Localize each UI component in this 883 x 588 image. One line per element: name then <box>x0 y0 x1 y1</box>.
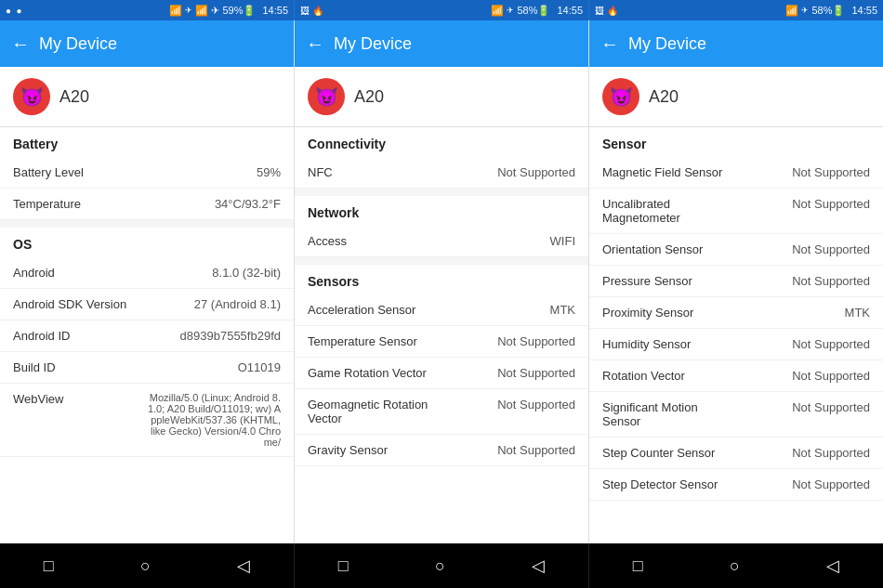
status-bars: ● ● 📶 ✈ 📶 ✈ 59%🔋 14:55 🖼 🔥 📶 ✈ 58%🔋 14:5… <box>0 0 883 20</box>
nav-square-1[interactable]: □ <box>44 556 54 576</box>
label-rotation-vector: Rotation Vector <box>602 369 736 383</box>
section-sensors: Sensors <box>295 265 588 294</box>
back-button-2[interactable]: ← <box>306 33 324 55</box>
panels: ← My Device 😈 A20 Battery Battery Level … <box>0 20 883 543</box>
battery-pct-2: 58%🔋 <box>517 5 550 17</box>
time-3: 14:55 <box>851 5 877 16</box>
row-significant-motion: Significant Motion Sensor Not Supported <box>589 392 883 438</box>
row-android: Android 8.1.0 (32-bit) <box>0 257 294 289</box>
row-temp-sensor: Temperature Sensor Not Supported <box>295 326 588 358</box>
status-bar-3: 🖼 🔥 📶 ✈ 58%🔋 14:55 <box>589 0 883 20</box>
svg-text:😈: 😈 <box>610 85 633 108</box>
label-acceleration: Acceleration Sensor <box>308 303 442 317</box>
label-android-id: Android ID <box>13 329 147 343</box>
bottom-nav-3: □ ○ ◁ <box>589 543 883 588</box>
row-acceleration: Acceleration Sensor MTK <box>295 294 588 326</box>
battery-pct-1: 📶 ✈ 59%🔋 <box>195 5 256 17</box>
value-battery-level: 59% <box>147 165 281 179</box>
label-nfc: NFC <box>308 165 442 179</box>
app-bar-title-2: My Device <box>334 34 412 54</box>
value-nfc: Not Supported <box>442 165 575 179</box>
separator-2a <box>295 189 588 196</box>
value-android: 8.1.0 (32-bit) <box>147 266 281 280</box>
app-bar-title-3: My Device <box>628 34 706 54</box>
value-step-detector: Not Supported <box>736 477 870 491</box>
nav-circle-2[interactable]: ○ <box>435 556 445 576</box>
status-icons-3: 📶 ✈ 58%🔋 14:55 <box>785 5 877 17</box>
device-avatar-1: 😈 <box>13 78 50 115</box>
row-gravity: Gravity Sensor Not Supported <box>295 435 588 466</box>
bottom-nav-1: □ ○ ◁ <box>0 543 295 588</box>
row-orientation: Orientation Sensor Not Supported <box>589 234 883 266</box>
wifi-icon-1: 📶 <box>169 5 182 17</box>
status-left-1: ● ● <box>6 6 22 16</box>
nav-circle-3[interactable]: ○ <box>730 556 740 576</box>
label-access: Access <box>308 234 442 248</box>
value-android-id: d8939b7555fb29fd <box>147 329 281 343</box>
section-sensor3: Sensor <box>589 127 883 157</box>
nav-back-3[interactable]: ◁ <box>826 555 839 576</box>
row-uncalibrated-mag: Uncalibrated Magnetometer Not Supported <box>589 189 883 234</box>
value-acceleration: MTK <box>442 303 575 317</box>
nav-square-2[interactable]: □ <box>338 556 349 576</box>
row-game-rotation: Game Rotation Vector Not Supported <box>295 358 588 389</box>
device-name-3: A20 <box>649 87 679 107</box>
device-header-2: 😈 A20 <box>295 67 588 127</box>
row-battery-level: Battery Level 59% <box>0 157 294 189</box>
time-2: 14:55 <box>557 5 583 16</box>
airplane-icon-2: ✈ <box>507 6 514 15</box>
section-network: Network <box>295 196 588 226</box>
row-step-counter: Step Counter Sensor Not Supported <box>589 438 883 469</box>
back-button-3[interactable]: ← <box>600 33 619 55</box>
value-significant-motion: Not Supported <box>736 400 870 414</box>
row-webview: WebView Mozilla/5.0 (Linux; Android 8.1.… <box>0 384 294 457</box>
nav-back-1[interactable]: ◁ <box>237 555 250 576</box>
label-proximity: Proximity Sensor <box>602 306 736 320</box>
row-step-detector: Step Detector Sensor Not Supported <box>589 469 883 501</box>
device-header-3: 😈 A20 <box>589 67 883 127</box>
label-gravity: Gravity Sensor <box>308 443 442 457</box>
wifi-icon-3: 📶 <box>785 5 798 17</box>
row-humidity: Humidity Sensor Not Supported <box>589 329 883 360</box>
status-icons-1: 📶 ✈ 📶 ✈ 59%🔋 14:55 <box>169 5 288 17</box>
row-nfc: NFC Not Supported <box>295 157 588 189</box>
row-temperature: Temperature 34°C/93.2°F <box>0 189 294 220</box>
app-bar-3: ← My Device <box>589 20 883 67</box>
label-game-rotation: Game Rotation Vector <box>308 366 442 380</box>
status-icons-2: 📶 ✈ 58%🔋 14:55 <box>491 5 583 17</box>
value-rotation-vector: Not Supported <box>736 369 870 383</box>
label-orientation: Orientation Sensor <box>602 242 736 256</box>
panel-content-1[interactable]: Battery Battery Level 59% Temperature 34… <box>0 127 294 543</box>
panel-2: ← My Device 😈 A20 Connectivity NFC Not S… <box>295 20 589 543</box>
panel-content-3[interactable]: Sensor Magnetic Field Sensor Not Support… <box>589 127 883 543</box>
row-geomagnetic: Geomagnetic Rotation Vector Not Supporte… <box>295 389 588 435</box>
nav-circle-1[interactable]: ○ <box>140 556 151 576</box>
section-connectivity: Connectivity <box>295 127 588 157</box>
value-orientation: Not Supported <box>736 242 870 256</box>
back-button-1[interactable]: ← <box>11 33 30 55</box>
value-game-rotation: Not Supported <box>442 366 575 380</box>
app-bar-title-1: My Device <box>39 34 117 54</box>
label-temperature: Temperature <box>13 197 147 211</box>
status-left-2: 🖼 🔥 <box>300 6 323 16</box>
device-name-2: A20 <box>354 87 384 107</box>
value-temp-sensor: Not Supported <box>442 334 575 348</box>
label-sdk: Android SDK Version <box>13 297 147 311</box>
label-battery-level: Battery Level <box>13 165 147 179</box>
label-humidity: Humidity Sensor <box>602 337 736 351</box>
value-access: WIFI <box>442 234 575 248</box>
separator-2b <box>295 257 588 265</box>
value-magnetic: Not Supported <box>736 165 870 179</box>
label-webview: WebView <box>13 392 147 406</box>
panel-content-2[interactable]: Connectivity NFC Not Supported Network A… <box>295 127 588 543</box>
nav-square-3[interactable]: □ <box>633 556 643 576</box>
value-geomagnetic: Not Supported <box>442 398 575 412</box>
nav-back-2[interactable]: ◁ <box>532 555 545 576</box>
value-proximity: MTK <box>736 306 870 320</box>
app-bar-2: ← My Device <box>295 20 588 67</box>
section-battery: Battery <box>0 127 294 157</box>
status-bar-2: 🖼 🔥 📶 ✈ 58%🔋 14:55 <box>295 0 589 20</box>
label-android: Android <box>13 266 147 280</box>
svg-text:😈: 😈 <box>20 85 44 108</box>
row-build-id: Build ID O11019 <box>0 352 294 384</box>
